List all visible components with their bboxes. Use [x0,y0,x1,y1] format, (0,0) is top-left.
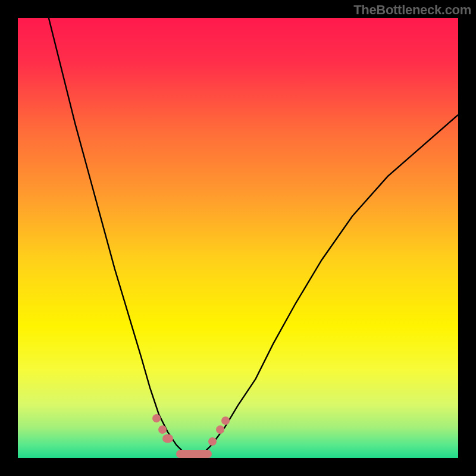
source-link[interactable]: TheBottleneck.com [353,2,471,18]
trough-marker [152,414,161,422]
trough-marker [158,425,167,434]
chart-frame [18,18,458,458]
trough-markers [18,18,458,458]
trough-marker [176,450,212,458]
trough-marker [208,437,217,446]
trough-marker [221,416,230,425]
trough-marker [216,425,224,434]
trough-marker [162,434,173,443]
